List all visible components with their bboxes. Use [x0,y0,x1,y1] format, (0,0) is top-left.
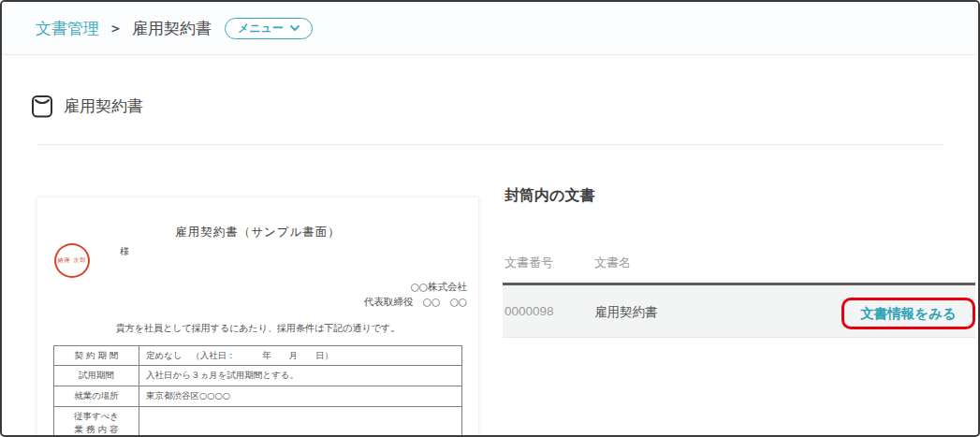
menu-button[interactable]: メニュー [225,18,313,39]
contract-intro: 貴方を社員として採用するにあたり、採用条件は下記の通りです。 [37,322,478,335]
table-row: 試用期間 入社日から３ヵ月を試用期間とする。 [54,366,462,386]
envelope-icon [31,94,53,119]
row-label: 就業の場所 [54,386,139,406]
section-divider [37,144,943,145]
doc-name-cell: 雇用契約書 [594,304,658,321]
doc-number-cell: 0000098 [505,304,554,318]
envelope-header: 雇用契約書 [31,94,143,119]
stamp-row: 納得 次郎 様 [37,240,478,287]
chevron-down-icon [290,25,300,32]
breadcrumb: 文書管理 ＞ 雇用契約書 メニュー [2,2,978,55]
document-preview: 雇用契約書（サンプル書面） 納得 次郎 様 ○○株式会社 代表取締役 ○○ ○○… [37,197,479,437]
row-label: 契 約 期 間 [54,345,139,366]
representative-line: 代表取締役 ○○ ○○ [37,295,467,310]
table-row: 従事すべき 業 務 内 容 [54,406,462,437]
row-label: 従事すべき 業 務 内 容 [54,406,139,437]
row-value [139,406,462,437]
column-header-doc-name: 文書名 [594,255,631,271]
view-document-info-link[interactable]: 文書情報をみる [860,305,957,323]
row-value: 定めなし （入社日： 年 月 日） [139,345,462,366]
contract-table: 契 約 期 間 定めなし （入社日： 年 月 日） 試用期間 入社日から３ヵ月を… [53,345,462,437]
breadcrumb-separator-icon: ＞ [109,20,123,37]
envelope-docs-heading: 封筒内の文書 [505,186,594,206]
red-highlight-annotation: 文書情報をみる [841,298,975,329]
row-value: 東京都渋谷区○○○○ [139,386,462,406]
hanko-stamp: 納得 次郎 [54,243,90,278]
table-row: 契 約 期 間 定めなし （入社日： 年 月 日） [54,345,462,366]
table-row: 0000098 雇用契約書 文書情報をみる [503,285,975,338]
table-row: 就業の場所 東京都渋谷区○○○○ [54,386,462,406]
column-header-doc-number: 文書番号 [505,255,553,271]
breadcrumb-current: 雇用契約書 [132,18,212,39]
row-value: 入社日から３ヵ月を試用期間とする。 [139,366,462,386]
row-label: 試用期間 [54,366,139,386]
contract-title: 雇用契約書（サンプル書面） [37,225,478,240]
menu-button-label: メニュー [238,21,284,36]
breadcrumb-root-link[interactable]: 文書管理 [36,18,99,39]
addressee-suffix: 様 [120,245,129,258]
envelope-title: 雇用契約書 [64,95,143,117]
app-window: 文書管理 ＞ 雇用契約書 メニュー 雇用契約書 雇用契約書（サンプル書面） 納得… [0,0,980,437]
